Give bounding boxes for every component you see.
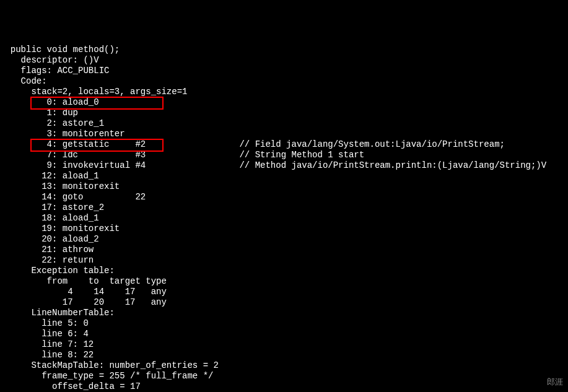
code-line: StackMapTable: number_of_entries = 2 [0, 360, 568, 371]
code-line: 20: aload_2 [0, 234, 568, 245]
code-line: 4 14 17 any [0, 287, 568, 297]
code-line: line 6: 4 [0, 329, 568, 339]
code-line: 3: monitorenter [0, 129, 568, 139]
code-line: LineNumberTable: [0, 308, 568, 318]
code-line: 2: astore_1 [0, 118, 568, 129]
code-line: flags: ACC_PUBLIC [0, 66, 568, 76]
bytecode-output: public void method(); descriptor: ()V fl… [0, 43, 568, 392]
code-line: line 8: 22 [0, 350, 568, 360]
code-line: 7: ldc #3 // String Method 1 start [0, 150, 568, 160]
code-line: 13: monitorexit [0, 181, 568, 192]
code-line: frame_type = 255 /* full_frame */ [0, 371, 568, 381]
code-line: line 7: 12 [0, 339, 568, 350]
code-line: 19: monitorexit [0, 224, 568, 234]
code-line: 12: aload_1 [0, 171, 568, 181]
code-line: 9: invokevirtual #4 // Method java/io/Pr… [0, 160, 568, 171]
watermark: 郎涯 [547, 377, 563, 387]
code-line: 17 20 17 any [0, 297, 568, 308]
code-line: descriptor: ()V [0, 55, 568, 66]
code-line: public void method(); [0, 45, 568, 55]
code-line: from to target type [0, 276, 568, 287]
code-line: line 5: 0 [0, 318, 568, 329]
code-line: 4: getstatic #2 // Field java/lang/Syste… [0, 139, 568, 150]
code-line: stack=2, locals=3, args_size=1 [0, 87, 568, 97]
code-line: 18: aload_1 [0, 213, 568, 224]
code-line: 22: return [0, 255, 568, 266]
code-line: offset_delta = 17 [0, 381, 568, 392]
code-line: Exception table: [0, 266, 568, 276]
code-line: 0: aload_0 [0, 97, 568, 108]
code-line: Code: [0, 76, 568, 87]
code-line: 17: astore_2 [0, 203, 568, 213]
code-line: 21: athrow [0, 245, 568, 255]
code-line: 1: dup [0, 108, 568, 118]
code-line: 14: goto 22 [0, 192, 568, 203]
